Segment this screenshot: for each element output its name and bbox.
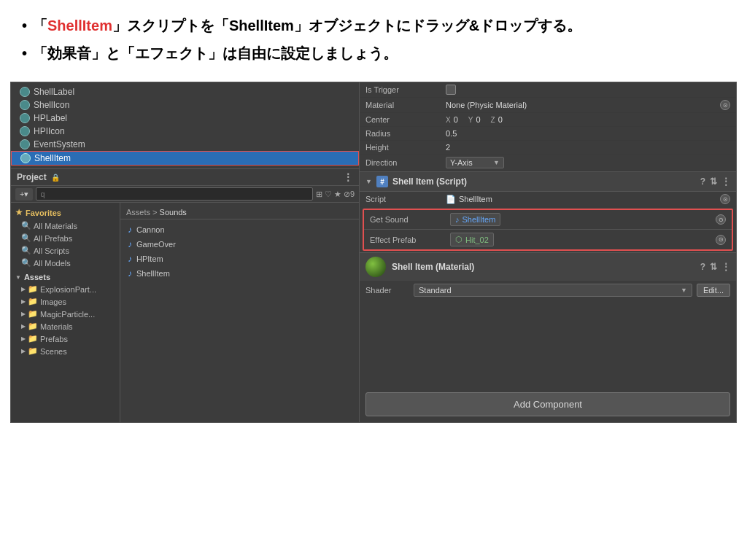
script-hash-icon: # (376, 176, 388, 187)
object-icon (20, 139, 30, 149)
effect-prefab-chip[interactable]: ⬡ Hit_02 (450, 233, 494, 246)
effect-prefab-picker-btn[interactable]: ⊙ (716, 235, 726, 245)
help-icon[interactable]: ? (700, 262, 705, 272)
bookmark-icon[interactable]: ♡ (325, 190, 332, 199)
material-picker-btn[interactable]: ⊙ (720, 100, 730, 110)
folder-icon: 📁 (28, 334, 38, 343)
breadcrumb-parent: Assets (126, 208, 150, 217)
search-icon: 🔍 (21, 258, 31, 268)
direction-row: Direction Y-Axis ▼ (360, 155, 736, 171)
hierarchy-section: ShellLabel ShellIcon HPLabel HPIIcon Eve… (11, 82, 359, 169)
effect-prefab-row: Effect Prefab ⬡ Hit_02 ⊙ (364, 230, 732, 249)
script-label: Script (365, 195, 446, 203)
sound-hpitem[interactable]: ♪ HPItem (120, 252, 359, 266)
hierarchy-label: HPIIcon (34, 126, 65, 136)
is-trigger-row: Is Trigger (360, 82, 736, 98)
material-sphere-icon (365, 257, 386, 277)
object-icon (20, 87, 30, 97)
screenshot-area: ShellLabel ShellIcon HPLabel HPIIcon Eve… (10, 82, 737, 423)
sounds-breadcrumb: Assets > Sounds (120, 206, 359, 219)
hierarchy-item-shelllabel[interactable]: ShellLabel (11, 85, 359, 98)
shader-dropdown[interactable]: Standard ▼ (414, 284, 692, 297)
search-icon: 🔍 (21, 221, 31, 230)
direction-label: Direction (365, 158, 446, 167)
effect-prefab-label: Effect Prefab (370, 236, 450, 244)
fav-all-materials[interactable]: 🔍 All Materials (11, 219, 120, 232)
get-sound-value: ♪ ShellItem ⊙ (450, 213, 726, 226)
bullet2-text: 「効果音」と「エフェクト」は自由に設定しましょう。 (33, 41, 398, 66)
direction-dropdown[interactable]: Y-Axis ▼ (446, 157, 504, 168)
radius-label: Radius (365, 129, 446, 138)
shader-edit-button[interactable]: Edit... (697, 284, 730, 297)
script-file-icon: 📄 (446, 195, 456, 204)
is-trigger-checkbox[interactable] (446, 85, 456, 95)
object-icon (20, 153, 31, 163)
folder-materials[interactable]: ▶ 📁 Materials (11, 320, 120, 332)
height-label: Height (365, 143, 446, 152)
folder-scenes[interactable]: ▶ 📁 Scenes (11, 345, 120, 357)
sound-cannon[interactable]: ♪ Cannon (120, 222, 359, 237)
height-row: Height 2 (360, 141, 736, 155)
search-input[interactable] (36, 187, 312, 201)
folder-icon: 📁 (28, 309, 38, 319)
sound-shellitem[interactable]: ♪ ShellItem (120, 266, 359, 281)
fav-all-models[interactable]: 🔍 All Models (11, 257, 120, 269)
hierarchy-item-eventsystem[interactable]: EventSystem (11, 138, 359, 151)
settings-icon[interactable]: ⇅ (710, 176, 717, 187)
script-value: 📄 ShellItem ⊙ (446, 194, 730, 204)
shader-row: Shader Standard ▼ Edit... (360, 281, 736, 300)
hierarchy-item-shellitem[interactable]: ShellItem (11, 151, 359, 166)
material-title: Shell Item (Material) (392, 262, 474, 272)
sounds-panel: Assets > Sounds ♪ Cannon ♪ GameOver ♪ HP… (120, 203, 359, 422)
script-picker-btn[interactable]: ⊙ (720, 194, 730, 204)
fav-all-prefabs[interactable]: 🔍 All Prefabs (11, 232, 120, 244)
instruction-text: • 「ShellItem」スクリプトを「ShellItem」オブジェクトにドラッ… (0, 0, 747, 76)
hierarchy-label: ShellIcon (34, 100, 69, 110)
more-icon[interactable]: ⋮ (343, 171, 353, 183)
hierarchy-item-hplabel[interactable]: HPLabel (11, 112, 359, 125)
search-icon: 🔍 (21, 246, 31, 255)
prefab-icon: ⬡ (455, 235, 462, 244)
get-sound-row: Get Sound ♪ ShellItem ⊙ (364, 210, 732, 230)
hierarchy-item-hpiicon[interactable]: HPIIcon (11, 125, 359, 138)
more-icon[interactable]: ⋮ (721, 176, 730, 187)
favorites-label: Favorites (26, 209, 61, 217)
material-row: Material None (Physic Material) ⊙ (360, 98, 736, 113)
folder-icon: 📁 (28, 284, 38, 294)
effect-prefab-value: ⬡ Hit_02 ⊙ (450, 233, 726, 246)
star-icon[interactable]: ★ (334, 190, 341, 199)
folder-magicparticle[interactable]: ▶ 📁 MagicParticle... (11, 308, 120, 320)
music-icon: ♪ (128, 268, 132, 279)
get-sound-chip[interactable]: ♪ ShellItem (450, 213, 500, 226)
sound-gameover[interactable]: ♪ GameOver (120, 237, 359, 252)
script-section-header: ▼ # Shell Item (Script) ? ⇅ ⋮ (360, 171, 736, 192)
expand-icon: ▶ (21, 298, 26, 305)
favorites-panel: ★ Favorites 🔍 All Materials 🔍 All Prefab… (11, 203, 120, 422)
get-sound-label: Get Sound (370, 215, 450, 224)
breadcrumb-current: Sounds (160, 208, 187, 217)
eye-icon[interactable]: ⊘9 (344, 190, 355, 199)
more-icon[interactable]: ⋮ (721, 262, 730, 272)
folder-images[interactable]: ▶ 📁 Images (11, 295, 120, 308)
hierarchy-label: ShellItem (34, 153, 71, 163)
center-label: Center (365, 115, 446, 124)
fav-all-scripts[interactable]: 🔍 All Scripts (11, 244, 120, 257)
assets-section-title: ▼ Assets (11, 269, 120, 283)
hierarchy-item-shellicon[interactable]: ShellIcon (11, 98, 359, 112)
shader-label: Shader (365, 286, 409, 295)
folder-prefabs[interactable]: ▶ 📁 Prefabs (11, 332, 120, 345)
folder-icon: 📁 (28, 346, 38, 356)
favorites-section-title: ★ Favorites (11, 206, 120, 219)
folder-explosionpart[interactable]: ▶ 📁 ExplosionPart... (11, 283, 120, 295)
add-button[interactable]: +▾ (15, 188, 33, 201)
get-sound-picker-btn[interactable]: ⊙ (716, 214, 726, 225)
view-icon[interactable]: ⊞ (316, 190, 322, 199)
radius-row: Radius 0.5 (360, 127, 736, 141)
folder-icon: 📁 (28, 297, 38, 306)
object-icon (20, 100, 30, 110)
help-icon[interactable]: ? (700, 176, 705, 187)
project-content: ★ Favorites 🔍 All Materials 🔍 All Prefab… (11, 203, 359, 422)
settings-icon[interactable]: ⇅ (710, 262, 717, 272)
add-component-button[interactable]: Add Component (365, 392, 730, 416)
project-header: Project 🔒 ⋮ (11, 169, 359, 186)
